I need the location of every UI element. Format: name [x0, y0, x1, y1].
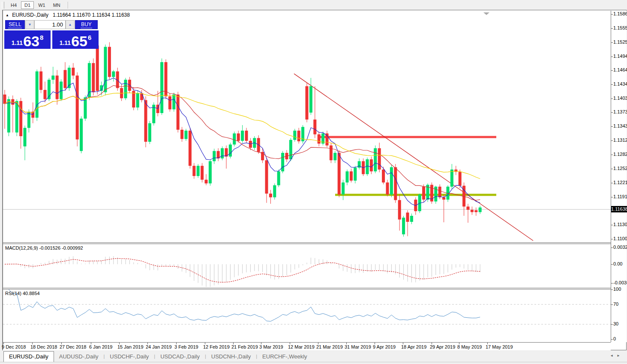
rsi-axis-label: 30	[613, 321, 618, 327]
date-axis-label: 18 Dec 2018	[30, 344, 57, 349]
price-axis-label: 1.15860	[613, 11, 627, 17]
date-axis-label: 12 Feb 2019	[203, 344, 230, 349]
chart-symbol-label: EURUSD-,Daily	[12, 12, 48, 18]
buy-price-big-digits: 65	[71, 33, 87, 49]
macd-plot	[3, 244, 611, 288]
axis-tick	[611, 248, 613, 248]
chart-tab-eurchf-weekly[interactable]: EURCHF-,Weekly	[257, 352, 312, 362]
date-axis-label: 21 Feb 2019	[231, 344, 258, 349]
axis-tick	[611, 155, 613, 155]
axis-tick	[611, 84, 613, 85]
volume-increase-button[interactable]: ▲	[66, 20, 75, 29]
macd-pane[interactable]: MACD(12,26,9) -0.001526 -0.000992	[3, 244, 611, 288]
price-axis-label: 1.11305	[613, 222, 627, 228]
date-axis-label: 3 Mar 2019	[259, 344, 283, 349]
axis-tick	[611, 140, 613, 141]
price-axis-label: 1.12820	[613, 152, 627, 158]
chart-ohlc-values: 1.11664 1.11670 1.11634 1.11638	[53, 12, 130, 18]
date-axis-label: 17 May 2019	[486, 344, 513, 349]
tab-scroll-arrows[interactable]: ◄►	[610, 354, 624, 358]
axis-tick	[611, 197, 613, 197]
main-chart-pane[interactable]: ▲ EURUSD-,Daily 1.11664 1.11670 1.11634 …	[3, 11, 611, 242]
price-axis-label: 1.11000	[613, 236, 627, 242]
volume-input[interactable]	[34, 20, 66, 29]
buy-button[interactable]: BUY	[75, 20, 98, 29]
sell-price-pip-digit: 8	[40, 34, 43, 41]
buy-price-button[interactable]: 1.11 65 6	[52, 30, 99, 49]
sell-price-prefix: 1.11	[12, 39, 23, 46]
date-axis-label: 9 Apr 2019	[373, 344, 396, 349]
toolbar-grip[interactable]	[2, 2, 4, 9]
price-axis-label: 1.13125	[613, 137, 627, 143]
volume-decrease-button[interactable]: ▼	[25, 20, 34, 29]
date-axis-label: 8 May 2019	[457, 344, 482, 349]
axis-tick	[611, 289, 613, 290]
price-axis[interactable]: 1.158601.155551.152501.149451.146451.143…	[611, 11, 627, 342]
sell-price-button[interactable]: 1.11 63 8	[4, 30, 51, 49]
date-axis-label: 15 Jan 2019	[117, 344, 144, 349]
chart-window: ▲ EURUSD-,Daily 1.11664 1.11670 1.11634 …	[3, 10, 627, 350]
axis-tick	[611, 169, 613, 169]
axis-tick	[611, 57, 613, 57]
rsi-pane[interactable]: RSI(14) 40.8854	[3, 289, 611, 342]
chart-title: ▲ EURUSD-,Daily 1.11664 1.11670 1.11634 …	[6, 12, 130, 18]
chevron-down-icon: ▼	[28, 23, 32, 27]
rsi-label: RSI(14) 40.8854	[5, 291, 40, 296]
price-axis-label: 1.14035	[613, 95, 627, 101]
one-click-trading-panel: SELL ▼ ▲ BUY 1.11 63 8 1.11 65 6	[4, 20, 99, 49]
price-axis-label: 1.12215	[613, 180, 627, 186]
chart-tab-audusd-daily[interactable]: AUDUSD-,Daily	[54, 352, 104, 362]
date-axis-label: 29 Apr 2019	[430, 344, 455, 349]
chart-tab-usdchf-daily[interactable]: USDCHF-,Daily	[105, 352, 154, 362]
price-axis-label: 1.13735	[613, 109, 627, 115]
chevron-up-icon: ▲	[69, 23, 72, 27]
rsi-axis-label: 100	[613, 286, 621, 292]
axis-tick	[611, 14, 613, 15]
timeframe-toolbar: H4 D1 W1 MN	[0, 0, 627, 10]
sell-button[interactable]: SELL	[5, 20, 25, 29]
axis-tick	[611, 42, 613, 43]
buy-price-pip-digit: 6	[88, 34, 91, 41]
date-axis-label: 18 Apr 2019	[401, 344, 426, 349]
collapse-triangle-icon[interactable]: ▲	[6, 13, 9, 17]
axis-tick	[611, 98, 613, 99]
chart-tab-eurusd-daily[interactable]: EURUSD-,Daily	[3, 351, 54, 362]
date-axis-label: 12 Mar 2019	[288, 344, 315, 349]
price-axis-label: 1.14645	[613, 67, 627, 73]
axis-tick	[611, 70, 613, 71]
timeframe-h4-button[interactable]: H4	[7, 1, 20, 9]
axis-tick	[611, 339, 613, 340]
chart-tab-usdcad-daily[interactable]: USDCAD-,Daily	[155, 352, 205, 362]
date-axis-label: 3 Feb 2019	[174, 344, 198, 349]
sell-price-big-digits: 63	[23, 33, 39, 49]
date-axis-label: 24 Jan 2019	[146, 344, 172, 349]
axis-tick	[611, 304, 613, 305]
timeframe-w1-button[interactable]: W1	[35, 1, 49, 9]
price-axis-label: 1.14340	[613, 81, 627, 87]
axis-tick	[611, 264, 613, 265]
chart-tab-usdcnh-daily[interactable]: USDCNH-,Daily	[206, 352, 256, 362]
price-axis-label: 1.15555	[613, 25, 627, 31]
axis-tick	[611, 324, 613, 325]
price-axis-label: 1.11910	[613, 194, 627, 200]
axis-tick	[611, 183, 613, 183]
date-axis-label: 27 Dec 2018	[60, 344, 86, 349]
buy-price-prefix: 1.11	[60, 39, 71, 46]
axis-tick	[611, 225, 613, 225]
macd-axis-label: 0.003287	[613, 245, 627, 251]
price-axis-label: 1.13430	[613, 123, 627, 129]
axis-tick	[611, 283, 613, 283]
axis-tick	[611, 126, 613, 127]
status-bar	[0, 362, 627, 364]
date-axis[interactable]: 9 Dec 201818 Dec 201827 Dec 20186 Jan 20…	[3, 342, 611, 350]
macd-label: MACD(12,26,9) -0.001526 -0.000992	[5, 245, 83, 251]
date-axis-label: 31 Mar 2019	[345, 344, 371, 349]
price-axis-label: 1.14945	[613, 54, 627, 60]
macd-axis-label: -0.003659	[613, 280, 627, 286]
chart-tab-bar: EURUSD-,DailyAUDUSD-,Daily|USDCHF-,Daily…	[0, 350, 627, 362]
rsi-axis-label: 0	[613, 336, 616, 342]
timeframe-d1-button[interactable]: D1	[21, 1, 34, 9]
axis-tick	[611, 28, 613, 29]
current-price-tag: 1.11638	[611, 206, 627, 212]
timeframe-mn-button[interactable]: MN	[50, 1, 64, 9]
